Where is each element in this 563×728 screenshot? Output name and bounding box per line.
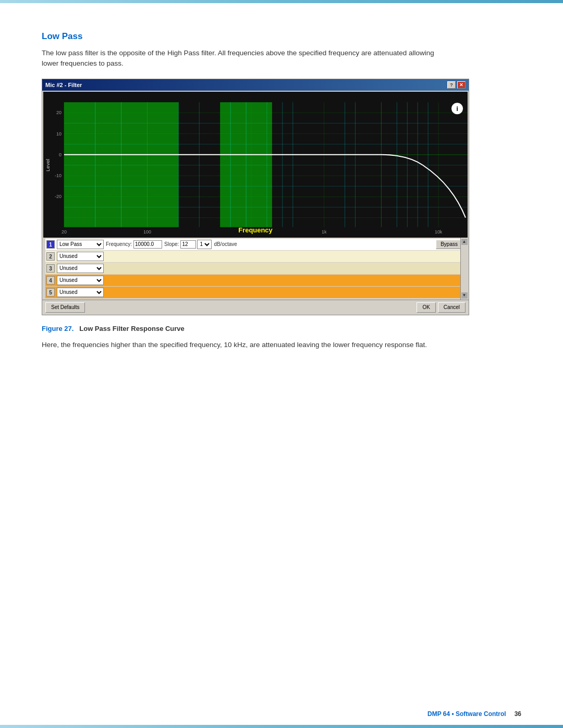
svg-text:-20: -20: [55, 194, 62, 199]
titlebar-buttons: ? ✕: [447, 81, 466, 89]
figure-title: Low Pass Filter Response Curve: [79, 325, 185, 332]
unit-label-1: dB/octave: [214, 241, 237, 247]
filter-row-4: 4 Unused Low Pass High Pass: [45, 275, 466, 286]
filter-num-2: 2: [46, 252, 55, 261]
dialog-titlebar: Mic #2 - Filter ? ✕: [42, 79, 469, 91]
footer-label: DMP 64 • Software Control: [427, 710, 506, 718]
svg-text:i: i: [456, 105, 458, 113]
filter-rows-area: 1 Low Pass High Pass Unused Frequency: S…: [43, 238, 468, 300]
slope-select-1[interactable]: 12 24: [197, 240, 212, 249]
filter-num-1: 1: [46, 240, 55, 249]
svg-text:10k: 10k: [435, 229, 443, 234]
slope-input-1[interactable]: [180, 240, 196, 249]
graph-svg: 20 10 0 -10 -20 20 100 1k 10k Level Freq…: [43, 92, 468, 238]
section-heading: Low Pass: [42, 31, 521, 42]
bypass-button-1[interactable]: Bypass: [436, 240, 462, 249]
scroll-up-btn[interactable]: ▲: [461, 239, 468, 245]
filter-row-5: 5 Unused Low Pass High Pass: [45, 287, 466, 298]
svg-text:10: 10: [56, 131, 62, 136]
ok-button[interactable]: OK: [417, 302, 435, 313]
after-text: Here, the frequencies higher than the sp…: [42, 340, 448, 350]
filter-row-1: 1 Low Pass High Pass Unused Frequency: S…: [45, 239, 466, 250]
close-button[interactable]: ✕: [457, 81, 466, 89]
footer-page-num: 36: [515, 710, 521, 718]
ok-cancel-group: OK Cancel: [417, 302, 466, 313]
help-button[interactable]: ?: [447, 81, 456, 89]
dialog-bottom-bar: Set Defaults OK Cancel: [42, 300, 469, 315]
filter-num-3: 3: [46, 264, 55, 273]
figure-caption: Figure 27. Low Pass Filter Response Curv…: [42, 325, 521, 332]
cancel-button[interactable]: Cancel: [438, 302, 466, 313]
filter-scrollbar[interactable]: ▲ ▼: [460, 238, 468, 300]
dialog-window: Mic #2 - Filter ? ✕: [42, 79, 469, 315]
filter-type-select-1[interactable]: Low Pass High Pass Unused: [57, 240, 104, 249]
svg-text:20: 20: [56, 110, 62, 115]
dialog-title: Mic #2 - Filter: [45, 82, 82, 88]
bottom-accent-bar: [0, 725, 563, 728]
svg-text:0: 0: [59, 152, 62, 157]
filter-type-select-4[interactable]: Unused Low Pass High Pass: [57, 276, 104, 285]
freq-input-1[interactable]: [133, 240, 162, 249]
svg-text:20: 20: [62, 229, 67, 234]
top-accent-bar: [0, 0, 563, 3]
svg-text:Frequency: Frequency: [238, 226, 273, 233]
svg-text:Level: Level: [45, 158, 51, 171]
filter-type-select-2[interactable]: Unused Low Pass High Pass: [57, 252, 104, 261]
page-footer: DMP 64 • Software Control 36: [42, 710, 521, 718]
svg-text:1k: 1k: [322, 229, 327, 234]
filter-row-2: 2 Unused Low Pass High Pass: [45, 251, 466, 262]
svg-text:-10: -10: [55, 173, 62, 178]
filter-row-3: 3 Unused Low Pass High Pass: [45, 263, 466, 274]
filter-type-select-5[interactable]: Unused Low Pass High Pass: [57, 288, 104, 297]
svg-text:100: 100: [143, 229, 151, 234]
slope-label-1: Slope:: [164, 241, 179, 247]
scroll-down-btn[interactable]: ▼: [461, 292, 468, 299]
filter-num-5: 5: [46, 288, 55, 297]
filter-num-4: 4: [46, 276, 55, 285]
section-description: The low pass filter is the opposite of t…: [42, 48, 448, 69]
set-defaults-button[interactable]: Set Defaults: [45, 302, 85, 313]
graph-area: 20 10 0 -10 -20 20 100 1k 10k Level Freq…: [43, 92, 468, 238]
figure-label: Figure 27.: [42, 325, 74, 332]
freq-label-1: Frequency:: [106, 241, 132, 247]
filter-type-select-3[interactable]: Unused Low Pass High Pass: [57, 264, 104, 273]
